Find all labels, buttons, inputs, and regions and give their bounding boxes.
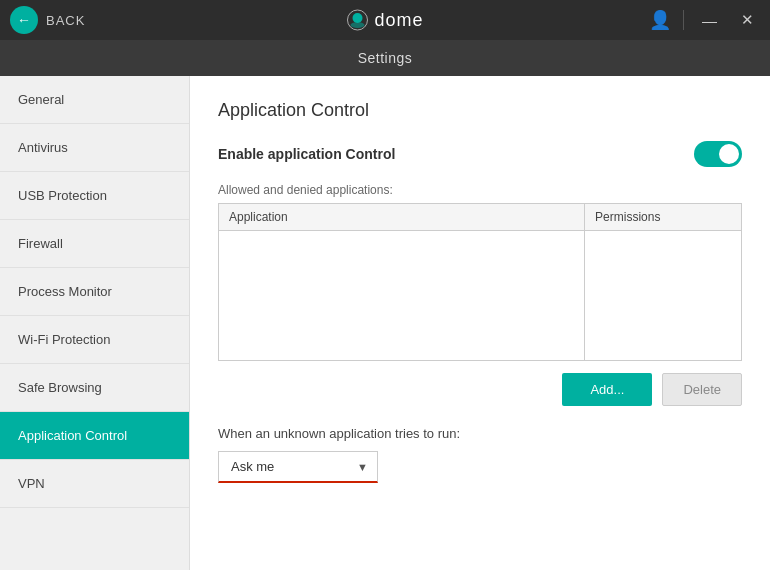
enable-label: Enable application Control (218, 146, 395, 162)
content-area: Application Control Enable application C… (190, 76, 770, 570)
sidebar: General Antivirus USB Protection Firewal… (0, 76, 190, 570)
enable-toggle[interactable] (694, 141, 742, 167)
allowed-denied-label: Allowed and denied applications: (218, 183, 742, 197)
back-label: BACK (46, 13, 85, 28)
toggle-thumb (719, 144, 739, 164)
title-bar-center: dome (346, 9, 423, 31)
sidebar-item-general[interactable]: General (0, 76, 189, 124)
unknown-app-label: When an unknown application tries to run… (218, 426, 742, 441)
table-header: Application Permissions (219, 204, 742, 231)
minimize-button[interactable]: — (696, 10, 723, 31)
settings-title: Settings (358, 50, 413, 66)
add-button[interactable]: Add... (562, 373, 652, 406)
perm-cell (585, 231, 742, 361)
svg-point-1 (352, 13, 362, 23)
button-row: Add... Delete (218, 373, 742, 406)
applications-table: Application Permissions (218, 203, 742, 361)
sidebar-item-vpn[interactable]: VPN (0, 460, 189, 508)
delete-button[interactable]: Delete (662, 373, 742, 406)
sidebar-item-safe-browsing[interactable]: Safe Browsing (0, 364, 189, 412)
enable-control-row: Enable application Control (218, 141, 742, 167)
title-bar-right: 👤 — ✕ (649, 9, 760, 31)
svg-point-2 (350, 22, 364, 28)
title-bar-left: ← BACK (10, 6, 85, 34)
settings-header: Settings (0, 40, 770, 76)
sidebar-item-antivirus[interactable]: Antivirus (0, 124, 189, 172)
sidebar-item-application-control[interactable]: Application Control (0, 412, 189, 460)
col-application: Application (219, 204, 585, 231)
main-layout: General Antivirus USB Protection Firewal… (0, 76, 770, 570)
title-bar: ← BACK dome 👤 — ✕ (0, 0, 770, 40)
close-button[interactable]: ✕ (735, 9, 760, 31)
dome-logo-icon (346, 9, 368, 31)
toggle-track[interactable] (694, 141, 742, 167)
unknown-app-dropdown[interactable]: Ask me Allow Deny (218, 451, 378, 483)
table-body (219, 231, 742, 361)
unknown-app-dropdown-wrapper: Ask me Allow Deny ▼ (218, 451, 378, 483)
col-permissions: Permissions (585, 204, 742, 231)
logo-text: dome (374, 10, 423, 31)
sidebar-item-usb-protection[interactable]: USB Protection (0, 172, 189, 220)
app-cell (219, 231, 585, 361)
table-row (219, 231, 742, 361)
back-button[interactable]: ← (10, 6, 38, 34)
sidebar-item-process-monitor[interactable]: Process Monitor (0, 268, 189, 316)
page-title: Application Control (218, 100, 742, 121)
sidebar-item-firewall[interactable]: Firewall (0, 220, 189, 268)
title-divider (683, 10, 684, 30)
user-icon[interactable]: 👤 (649, 9, 671, 31)
sidebar-item-wifi-protection[interactable]: Wi-Fi Protection (0, 316, 189, 364)
